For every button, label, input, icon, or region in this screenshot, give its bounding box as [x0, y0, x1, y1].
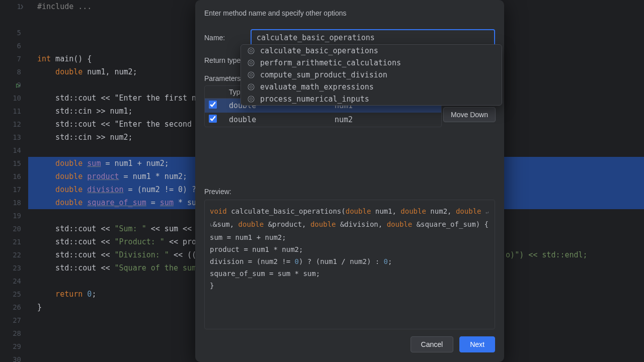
ai-suggestion-icon — [247, 47, 255, 55]
svg-point-4 — [248, 72, 254, 78]
parameter-row[interactable]: double num2 — [205, 113, 441, 127]
svg-point-5 — [250, 74, 253, 76]
ai-suggestion-icon — [247, 95, 255, 103]
autocomplete-item[interactable]: calculate_basic_operations — [241, 45, 502, 57]
move-down-button[interactable]: Move Down — [443, 107, 496, 122]
line-gutter: ❯ ▷ 1 56 78 910 1112 1314 1516 1718 1920… — [0, 0, 28, 362]
autocomplete-popup: calculate_basic_operations perform_arith… — [240, 44, 502, 106]
svg-point-8 — [248, 96, 254, 102]
method-name-input[interactable] — [251, 29, 495, 46]
svg-point-1 — [250, 50, 253, 52]
ai-suggestion-icon — [247, 83, 255, 91]
ai-suggestion-icon — [247, 59, 255, 67]
preview-box: void calculate_basic_operations(double n… — [204, 200, 495, 329]
name-label: Name: — [204, 34, 251, 42]
include-line: #include ... — [37, 2, 92, 11]
wrap-icon: ↵ — [486, 209, 489, 215]
preview-label: Preview: — [204, 188, 495, 196]
autocomplete-item[interactable]: process_numerical_inputs — [241, 93, 502, 105]
svg-point-2 — [248, 60, 254, 66]
svg-point-3 — [250, 62, 253, 64]
run-gutter-icon[interactable]: ▷ — [16, 78, 20, 92]
param-checkbox[interactable] — [209, 101, 217, 109]
next-button[interactable]: Next — [459, 336, 495, 352]
cancel-button[interactable]: Cancel — [411, 336, 454, 352]
ai-suggestion-icon — [247, 71, 255, 79]
autocomplete-item[interactable]: compute_sum_product_division — [241, 69, 502, 81]
autocomplete-item[interactable]: perform_arithmetic_calculations — [241, 57, 502, 69]
svg-point-7 — [250, 86, 253, 88]
svg-point-6 — [248, 84, 254, 90]
dialog-title: Enter method name and specify other opti… — [204, 9, 495, 17]
param-checkbox[interactable] — [209, 115, 217, 123]
fold-chevron-icon[interactable]: ❯ — [20, 0, 24, 13]
autocomplete-item[interactable]: evaluate_math_expressions — [241, 81, 502, 93]
svg-point-0 — [248, 48, 254, 54]
svg-point-9 — [250, 98, 253, 101]
